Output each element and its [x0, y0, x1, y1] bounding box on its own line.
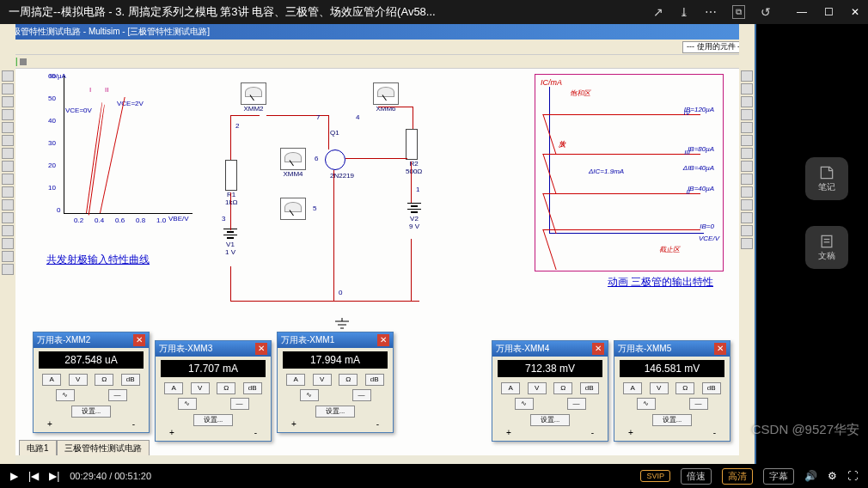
stop-icon[interactable] — [20, 58, 27, 65]
instr-icon[interactable] — [741, 70, 753, 82]
script-button[interactable]: 文稿 — [805, 226, 848, 269]
multimeter-window[interactable]: 万用表-XMM4✕ 712.38 mV A V Ω dB ∿ — 设置... +… — [492, 340, 608, 442]
mode-ac[interactable]: ∿ — [56, 389, 75, 401]
download-icon[interactable]: ⤓ — [679, 5, 689, 19]
prev-button[interactable]: |◀ — [28, 470, 39, 482]
tool-icon[interactable] — [2, 96, 14, 107]
mode-dc[interactable]: — — [230, 398, 249, 410]
meter-xmm2[interactable] — [241, 82, 266, 105]
tool-icon[interactable] — [2, 83, 14, 95]
hd-button[interactable]: 高清 — [722, 468, 753, 485]
mode-ac[interactable]: ∿ — [515, 398, 534, 410]
play-button[interactable]: ▶ — [10, 470, 18, 482]
mode-v[interactable]: V — [650, 382, 669, 394]
settings-button[interactable]: 设置... — [193, 414, 233, 426]
mode-db[interactable]: dB — [580, 382, 599, 394]
mode-ohm[interactable]: Ω — [339, 374, 358, 386]
meter-xmm[interactable] — [280, 198, 306, 220]
instr-icon[interactable] — [741, 212, 753, 223]
instr-icon[interactable] — [741, 186, 753, 198]
instr-icon[interactable] — [741, 109, 753, 120]
tool-icon[interactable] — [2, 135, 14, 146]
tool-icon[interactable] — [2, 225, 14, 236]
mode-dc[interactable]: — — [689, 398, 708, 410]
mode-db[interactable]: dB — [365, 374, 384, 386]
tab-circuit1[interactable]: 电路1 — [19, 440, 57, 455]
instr-icon[interactable] — [741, 161, 753, 172]
close-button[interactable]: ✕ — [851, 6, 859, 18]
meter-xmm4[interactable] — [280, 148, 306, 170]
mode-a[interactable]: A — [501, 382, 520, 394]
volume-icon[interactable]: 🔊 — [804, 470, 817, 482]
instr-icon[interactable] — [741, 225, 753, 236]
maximize-button[interactable]: ☐ — [824, 6, 834, 18]
multimeter-window[interactable]: 万用表-XMM5✕ 146.581 mV A V Ω dB ∿ — 设置... … — [614, 340, 730, 442]
mode-db[interactable]: dB — [702, 382, 721, 394]
tool-icon[interactable] — [2, 70, 14, 82]
tool-icon[interactable] — [2, 109, 14, 120]
tool-icon[interactable] — [2, 174, 14, 185]
tool-icon[interactable] — [2, 212, 14, 223]
transistor-q1[interactable] — [325, 149, 345, 170]
speed-button[interactable]: 倍速 — [681, 468, 712, 485]
settings-icon[interactable]: ⚙ — [828, 470, 837, 482]
more-icon[interactable]: ⋯ — [705, 5, 717, 19]
multimeter-window[interactable]: 万用表-XMM2✕ 287.548 uA A V Ω dB ∿ — 设置... … — [33, 332, 150, 433]
tool-icon[interactable] — [2, 264, 14, 275]
close-icon[interactable]: ✕ — [714, 343, 726, 355]
tool-icon[interactable] — [2, 251, 14, 262]
mode-a[interactable]: A — [164, 382, 183, 394]
mode-v[interactable]: V — [528, 382, 547, 394]
mode-a[interactable]: A — [286, 374, 305, 386]
close-icon[interactable]: ✕ — [255, 343, 267, 355]
cc-button[interactable]: 字幕 — [763, 468, 794, 485]
mode-a[interactable]: A — [623, 382, 642, 394]
settings-button[interactable]: 设置... — [530, 414, 570, 426]
mode-v[interactable]: V — [313, 374, 332, 386]
tab-circuit2[interactable]: 三极管特性测试电路 — [57, 440, 150, 455]
mode-a[interactable]: A — [42, 374, 61, 386]
mode-ohm[interactable]: Ω — [553, 382, 572, 394]
settings-button[interactable]: 设置... — [652, 414, 692, 426]
instr-icon[interactable] — [741, 96, 753, 107]
mode-v[interactable]: V — [191, 382, 210, 394]
settings-button[interactable]: 设置... — [71, 406, 111, 418]
schematic-canvas[interactable]: Ib/μA VBE/V 60 50 40 30 20 10 0 0.2 0.4 … — [15, 69, 739, 455]
mode-db[interactable]: dB — [243, 382, 262, 394]
mode-dc[interactable]: — — [567, 398, 586, 410]
minimize-button[interactable]: — — [797, 6, 807, 18]
meter-xmm6[interactable] — [373, 82, 399, 105]
instr-icon[interactable] — [741, 83, 753, 95]
instr-icon[interactable] — [741, 148, 753, 159]
mode-db[interactable]: dB — [121, 374, 140, 386]
instr-icon[interactable] — [741, 122, 753, 133]
multimeter-window[interactable]: 万用表-XMM3✕ 17.707 mA A V Ω dB ∿ — 设置... +… — [155, 340, 272, 442]
settings-button[interactable]: 设置... — [315, 406, 355, 418]
instr-icon[interactable] — [741, 199, 753, 210]
instr-icon[interactable] — [741, 135, 753, 146]
fullscreen-icon[interactable]: ⛶ — [847, 470, 858, 482]
share-icon[interactable]: ↗ — [653, 5, 663, 19]
close-icon[interactable]: ✕ — [592, 343, 604, 355]
pip-icon[interactable]: ⧉ — [732, 5, 745, 19]
next-button[interactable]: ▶| — [49, 470, 59, 482]
notes-button[interactable]: 笔记 — [805, 157, 848, 200]
mode-v[interactable]: V — [69, 374, 88, 386]
tool-icon[interactable] — [2, 186, 14, 198]
mode-ac[interactable]: ∿ — [637, 398, 656, 410]
tool-icon[interactable] — [2, 161, 14, 172]
mode-ohm[interactable]: Ω — [217, 382, 235, 394]
mode-dc[interactable]: — — [108, 389, 127, 401]
tool-icon[interactable] — [2, 199, 14, 210]
legacy-icon[interactable]: ↺ — [761, 5, 771, 19]
tool-icon[interactable] — [2, 122, 14, 133]
instr-icon[interactable] — [741, 238, 753, 249]
mode-ohm[interactable]: Ω — [675, 382, 694, 394]
close-icon[interactable]: ✕ — [377, 334, 389, 346]
mode-ac[interactable]: ∿ — [178, 398, 197, 410]
tool-icon[interactable] — [2, 148, 14, 159]
tool-icon[interactable] — [2, 238, 14, 249]
close-icon[interactable]: ✕ — [133, 334, 145, 346]
mode-ohm[interactable]: Ω — [95, 374, 113, 386]
instr-icon[interactable] — [741, 174, 753, 185]
